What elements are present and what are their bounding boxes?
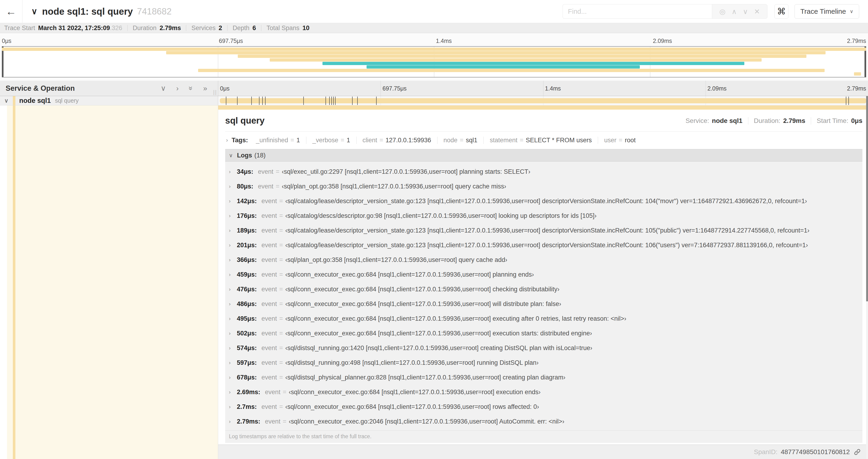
log-row[interactable]: ›678μs:event=‹sql/distsql_physical_plann… [225, 370, 862, 385]
log-field-key: event [261, 212, 277, 220]
log-row[interactable]: ›176μs:event=‹sql/catalog/descs/descript… [225, 208, 862, 223]
log-row[interactable]: ›459μs:event=‹sql/conn_executor_exec.go:… [225, 267, 862, 282]
log-row[interactable]: ›2.7ms:event=‹sql/conn_executor_exec.go:… [225, 399, 862, 414]
scrollbar-thumb[interactable] [866, 96, 868, 301]
log-row[interactable]: ›80μs:event=‹sql/plan_opt.go:358 [nsql1,… [225, 179, 862, 194]
panel-resize-grip[interactable]: || [213, 89, 217, 95]
log-timestamp: 495μs: [237, 315, 257, 322]
detail-meta-label: Duration: [754, 117, 780, 125]
log-field-key: event [261, 198, 277, 205]
log-row[interactable]: ›486μs:event=‹sql/conn_executor_exec.go:… [225, 297, 862, 312]
focus-match-icon[interactable]: ◎ [719, 7, 725, 15]
back-button[interactable]: ← [0, 0, 22, 23]
detail-title-row: sql query Service:node sql1Duration:2.79… [225, 116, 862, 126]
log-row[interactable]: ›2.69ms:event=‹sql/conn_executor_exec.go… [225, 385, 862, 399]
log-row[interactable]: ›201μs:event=‹sql/catalog/lease/descript… [225, 238, 862, 253]
minimap-left-handle[interactable] [2, 47, 3, 77]
log-marker-tick [326, 97, 326, 105]
log-field-value: ‹sql/conn_executor_exec.go:684 [nsql1,cl… [285, 300, 561, 308]
minimap-span-bar [270, 58, 762, 62]
detail-meta: Service:node sql1Duration:2.79msStart Ti… [685, 117, 862, 125]
trace-summary-item: Total Spans10 [267, 25, 309, 32]
tag-equals: = [619, 137, 623, 144]
tag-item[interactable]: _verbose=1 [306, 137, 356, 144]
log-field-key: event [261, 300, 277, 308]
timeline-tick-label: 0μs [220, 85, 229, 92]
log-field-value: ‹sql/distsql_running.go:498 [nsql1,clien… [285, 359, 538, 366]
log-row[interactable]: ›476μs:event=‹sql/conn_executor_exec.go:… [225, 282, 862, 297]
log-chevron-icon: › [229, 389, 237, 395]
span-row-name-cell[interactable]: ∨ node sql1 sql query [0, 96, 218, 105]
log-timestamp: 34μs: [237, 168, 253, 175]
log-equals: = [279, 271, 283, 278]
timeline-tick-label: 1.4ms [545, 85, 561, 92]
log-field-key: event [261, 286, 277, 293]
prev-match-icon[interactable]: ∧ [732, 7, 737, 15]
collapse-all-icon[interactable]: » [187, 86, 195, 90]
scrollbar-track[interactable] [866, 96, 868, 459]
minimap-right-handle[interactable] [865, 47, 866, 77]
deep-link-icon[interactable] [854, 448, 861, 456]
log-row[interactable]: ›495μs:event=‹sql/conn_executor_exec.go:… [225, 312, 862, 326]
tag-key: user [604, 137, 617, 144]
log-row[interactable]: ›574μs:event=‹sql/distsql_running.go:142… [225, 341, 862, 355]
log-field-value: ‹sql/catalog/lease/descriptor_version_st… [285, 242, 808, 249]
tag-value: root [625, 137, 636, 144]
log-field-value: ‹sql/conn_executor_exec.go:684 [nsql1,cl… [285, 286, 559, 293]
log-row[interactable]: ›2.79ms:event=‹sql/conn_executor_exec.go… [225, 414, 862, 429]
span-row-timeline-cell[interactable] [218, 96, 868, 105]
log-marker-tick [259, 97, 259, 105]
span-collapse-chevron-icon[interactable]: ∨ [4, 97, 8, 104]
tag-item[interactable]: _unfinished=1 [250, 137, 306, 144]
log-field-key: event [261, 242, 277, 249]
trace-summary-label: Services [191, 25, 216, 32]
tag-item[interactable]: user=root [598, 137, 642, 144]
collapse-one-icon[interactable]: ∨ [160, 85, 166, 92]
log-equals: = [279, 227, 283, 234]
tag-equals: = [380, 137, 383, 144]
find-input[interactable] [563, 4, 712, 19]
span-duration-bar[interactable] [220, 98, 866, 103]
log-chevron-icon: › [229, 286, 237, 292]
minimap-span-bar [322, 62, 744, 65]
detail-operation-name: sql query [225, 116, 265, 126]
find-controls: ◎ ∧ ∨ ✕ [712, 4, 768, 19]
collapse-trace-chevron-icon[interactable]: ∨ [31, 6, 37, 16]
keyboard-shortcuts-button[interactable]: ⌘ [774, 4, 788, 19]
log-field-key: event [261, 359, 277, 366]
log-marker-tick [262, 97, 263, 105]
tags-accordion[interactable]: › Tags: _unfinished=1_verbose=1client=12… [225, 132, 862, 149]
log-row[interactable]: ›502μs:event=‹sql/conn_executor_exec.go:… [225, 326, 862, 341]
log-chevron-icon: › [229, 272, 237, 278]
service-operation-header: Service & Operation ∨ › » » || [0, 81, 218, 96]
log-equals: = [279, 315, 283, 322]
expand-one-icon[interactable]: › [176, 85, 179, 92]
log-equals: = [279, 330, 283, 337]
log-row[interactable]: ›34μs:event=‹sql/exec_util.go:2297 [nsql… [225, 164, 862, 179]
minimap-canvas[interactable] [2, 46, 866, 77]
log-row[interactable]: ›597μs:event=‹sql/distsql_running.go:498… [225, 355, 862, 370]
clear-match-icon[interactable]: ✕ [754, 7, 760, 15]
tag-item[interactable]: node=sql1 [437, 137, 484, 144]
log-field-key: event [265, 389, 280, 396]
view-selector-label: Trace Timeline [800, 7, 846, 15]
logs-accordion-header[interactable]: ∨ Logs (18) [225, 149, 862, 162]
next-match-icon[interactable]: ∨ [743, 7, 748, 15]
trace-id-short: 7418682 [137, 6, 172, 17]
detail-meta-value: node sql1 [712, 117, 742, 125]
trace-summary-value: March 31 2022, 17:25:09.326 [38, 25, 122, 32]
log-field-value: ‹sql/distsql_physical_planner.go:828 [ns… [285, 374, 565, 381]
tag-item[interactable]: client=127.0.0.1:59936 [356, 137, 437, 144]
page-title: node sql1: sql query [42, 6, 133, 17]
log-field-key: event [261, 403, 277, 411]
log-row[interactable]: ›366μs:event=‹sql/plan_opt.go:358 [nsql1… [225, 253, 862, 267]
logs-title: Logs [237, 152, 252, 159]
tag-item[interactable]: statement=SELECT * FROM users [484, 137, 598, 144]
log-timestamp: 678μs: [237, 374, 257, 381]
log-field-key: event [261, 345, 277, 352]
view-selector-button[interactable]: Trace Timeline ∨ [795, 4, 859, 19]
log-row[interactable]: ›189μs:event=‹sql/catalog/lease/descript… [225, 223, 862, 238]
expand-all-icon[interactable]: » [203, 85, 207, 92]
log-equals: = [279, 256, 283, 264]
log-row[interactable]: ›142μs:event=‹sql/catalog/lease/descript… [225, 194, 862, 208]
